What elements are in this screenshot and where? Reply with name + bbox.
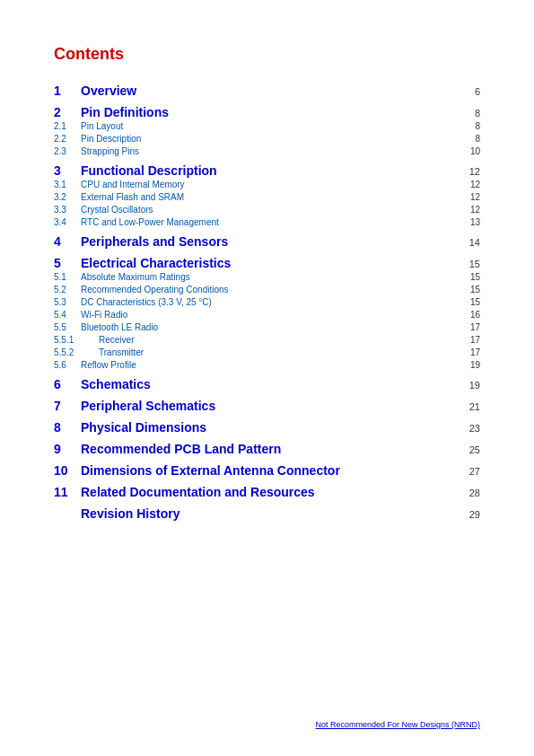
toc-item-7[interactable]: 7 Peripheral Schematics 21 [54,399,480,413]
toc-item-5[interactable]: 5 Electrical Characteristics 15 [54,256,480,270]
toc-item-1[interactable]: 1 Overview 6 [54,84,480,98]
toc-num-10: 10 [54,463,81,478]
toc-label-5-5-1: Receiver [81,335,462,345]
toc-item-5-5[interactable]: 5.5 Bluetooth LE Radio 17 [54,322,480,332]
toc-label-3-1: CPU and Internal Memory [81,180,462,189]
toc-item-5-5-1[interactable]: 5.5.1 Receiver 17 [54,335,480,345]
toc-item-3[interactable]: 3 Functional Description 12 [54,163,480,178]
toc-item-9[interactable]: 9 Recommended PCB Land Pattern 25 [54,442,480,456]
toc-num-3-4: 3.4 [54,217,81,227]
toc-page-3-1: 12 [462,180,480,189]
toc-item-3-4[interactable]: 3.4 RTC and Low-Power Management 13 [54,217,480,227]
toc-item-5-1[interactable]: 5.1 Absolute Maximum Ratings 15 [54,272,480,282]
toc-item-2-2[interactable]: 2.2 Pin Description 8 [54,134,480,144]
page-title: Contents [54,45,480,64]
toc-page-5-2: 15 [462,285,480,294]
toc-num-5-5-2: 5.5.2 [54,347,81,357]
toc-page-2-3: 10 [462,146,480,156]
toc-page-2-1: 8 [462,121,480,131]
toc-page-5-4: 16 [462,310,480,320]
toc-num-9: 9 [54,442,81,456]
toc-item-5-3[interactable]: 5.3 DC Characteristics (3.3 V, 25 °C) 15 [54,297,480,307]
toc-page-5-5: 17 [462,322,480,332]
page: Contents 1 Overview 6 2 Pin Definitions … [0,0,534,756]
toc-label-3-4: RTC and Low-Power Management [81,217,462,227]
toc-page-7: 21 [462,401,480,412]
toc-label-5-1: Absolute Maximum Ratings [81,272,462,282]
toc-label-3-3: Crystal Oscillators [81,205,462,215]
toc-label-3-2: External Flash and SRAM [81,192,462,202]
toc-item-5-6[interactable]: 5.6 Reflow Profile 19 [54,360,480,370]
toc-label-2-2: Pin Description [81,134,462,144]
toc-num-5-5-1: 5.5.1 [54,335,81,345]
toc-page-5-6: 19 [462,360,480,370]
toc-num-2-2: 2.2 [54,134,81,144]
toc-label-revision: Revision History [81,506,462,521]
toc-label-3: Functional Description [81,163,462,178]
toc-item-5-4[interactable]: 5.4 Wi-Fi Radio 16 [54,310,480,320]
toc-num-5-6: 5.6 [54,360,81,370]
toc-label-7: Peripheral Schematics [81,399,462,413]
toc-num-2-1: 2.1 [54,121,81,131]
toc-item-2-1[interactable]: 2.1 Pin Layout 8 [54,121,480,131]
toc-page-11: 28 [462,488,480,498]
toc-label-2-3: Strapping Pins [81,146,462,156]
toc-label-11: Related Documentation and Resources [81,485,462,499]
toc-item-5-5-2[interactable]: 5.5.2 Transmitter 17 [54,347,480,357]
toc-page-2-2: 8 [462,134,480,144]
toc-page-5-5-1: 17 [462,335,480,345]
toc-num-3: 3 [54,163,81,178]
toc-page-3: 12 [462,166,480,177]
toc-item-2-3[interactable]: 2.3 Strapping Pins 10 [54,146,480,156]
toc-label-4: Peripherals and Sensors [81,234,462,249]
toc-item-8[interactable]: 8 Physical Dimensions 23 [54,420,480,435]
toc-item-2[interactable]: 2 Pin Definitions 8 [54,105,480,119]
toc-label-5-2: Recommended Operating Conditions [81,285,462,294]
toc-item-6[interactable]: 6 Schematics 19 [54,377,480,391]
toc-item-3-3[interactable]: 3.3 Crystal Oscillators 12 [54,205,480,215]
toc-num-7: 7 [54,399,81,413]
toc-page-3-4: 13 [462,217,480,227]
toc-item-revision[interactable]: Revision History 29 [54,506,480,521]
toc-label-5-5: Bluetooth LE Radio [81,322,462,332]
toc-label-2-1: Pin Layout [81,121,462,131]
toc-label-2: Pin Definitions [81,105,462,119]
toc-page-3-2: 12 [462,192,480,202]
toc-num-1: 1 [54,84,81,98]
toc-item-3-2[interactable]: 3.2 External Flash and SRAM 12 [54,192,480,202]
toc-item-5-2[interactable]: 5.2 Recommended Operating Conditions 15 [54,285,480,294]
toc-num-5-3: 5.3 [54,297,81,307]
toc-num-6: 6 [54,377,81,391]
toc-label-5-5-2: Transmitter [81,347,462,357]
toc-label-1: Overview [81,84,462,98]
toc-num-3-2: 3.2 [54,192,81,202]
toc-num-3-1: 3.1 [54,180,81,189]
toc-page-8: 23 [462,423,480,434]
toc-page-3-3: 12 [462,205,480,215]
toc-page-5-1: 15 [462,272,480,282]
table-of-contents: 1 Overview 6 2 Pin Definitions 8 2.1 Pin… [54,84,480,521]
toc-page-10: 27 [462,466,480,477]
toc-page-5-3: 15 [462,297,480,307]
toc-item-4[interactable]: 4 Peripherals and Sensors 14 [54,234,480,249]
toc-item-10[interactable]: 10 Dimensions of External Antenna Connec… [54,463,480,478]
toc-label-10: Dimensions of External Antenna Connector [81,463,462,478]
toc-page-5: 15 [462,259,480,269]
toc-label-8: Physical Dimensions [81,420,462,435]
toc-page-1: 6 [462,86,480,97]
toc-num-8: 8 [54,420,81,435]
toc-num-4: 4 [54,234,81,249]
toc-num-5-5: 5.5 [54,322,81,332]
toc-num-3-3: 3.3 [54,205,81,215]
toc-item-11[interactable]: 11 Related Documentation and Resources 2… [54,485,480,499]
toc-num-5-1: 5.1 [54,272,81,282]
toc-num-2-3: 2.3 [54,146,81,156]
toc-label-5-4: Wi-Fi Radio [81,310,462,320]
toc-page-revision: 29 [462,509,480,520]
toc-item-3-1[interactable]: 3.1 CPU and Internal Memory 12 [54,180,480,189]
toc-label-5-6: Reflow Profile [81,360,462,370]
toc-num-11: 11 [54,485,81,499]
toc-page-4: 14 [462,237,480,248]
toc-num-5-2: 5.2 [54,285,81,294]
toc-page-2: 8 [462,108,480,119]
